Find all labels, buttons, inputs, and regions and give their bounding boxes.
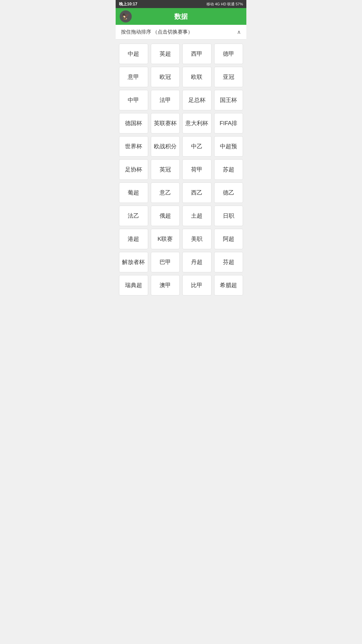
league-item[interactable]: 德国杯	[119, 113, 148, 133]
league-item[interactable]: 国王杯	[214, 90, 243, 110]
league-item[interactable]: 荷甲	[182, 159, 212, 180]
league-item[interactable]: 欧联	[182, 67, 212, 87]
league-item[interactable]: 港超	[119, 229, 148, 249]
signal-icons: 移动 4G HD 联通 57%	[206, 2, 243, 7]
league-item[interactable]: 英冠	[151, 159, 180, 180]
league-item[interactable]: 比甲	[182, 275, 212, 296]
league-item[interactable]: 土超	[182, 206, 212, 226]
sort-bar-label: 按住拖动排序 （点击切换赛事）	[121, 29, 193, 35]
league-item[interactable]: 德乙	[214, 182, 243, 203]
league-item[interactable]: 中超	[119, 44, 148, 64]
league-item[interactable]: 足总杯	[182, 90, 212, 110]
status-right-icons: 移动 4G HD 联通 57%	[206, 2, 243, 7]
league-item[interactable]: 美职	[182, 229, 212, 249]
sort-sub-text: （点击切换赛事）	[153, 29, 193, 35]
league-item[interactable]: 日职	[214, 206, 243, 226]
league-item[interactable]: 解放者杯	[119, 252, 148, 272]
league-item[interactable]: FIFA排	[214, 113, 243, 133]
league-item[interactable]: 俄超	[151, 206, 180, 226]
avatar[interactable]: 🦅	[120, 10, 132, 22]
chevron-up-icon[interactable]: ∧	[237, 29, 241, 35]
league-item[interactable]: 意乙	[151, 182, 180, 203]
league-item[interactable]: 中乙	[182, 136, 212, 157]
league-item[interactable]: 意大利杯	[182, 113, 212, 133]
league-item[interactable]: 阿超	[214, 229, 243, 249]
league-item[interactable]: 英联赛杯	[151, 113, 180, 133]
league-item[interactable]: 西甲	[182, 44, 212, 64]
status-time: 晚上10:17	[119, 1, 137, 7]
sort-bar[interactable]: 按住拖动排序 （点击切换赛事） ∧	[116, 25, 246, 40]
league-item[interactable]: 西乙	[182, 182, 212, 203]
league-item[interactable]: 德甲	[214, 44, 243, 64]
league-item[interactable]: 法甲	[151, 90, 180, 110]
league-item[interactable]: 苏超	[214, 159, 243, 180]
league-item[interactable]: 意甲	[119, 67, 148, 87]
page-title: 数据	[174, 12, 188, 21]
league-item[interactable]: 欧冠	[151, 67, 180, 87]
league-item[interactable]: 希腊超	[214, 275, 243, 296]
league-item[interactable]: 中超预	[214, 136, 243, 157]
league-item[interactable]: 法乙	[119, 206, 148, 226]
league-item[interactable]: 芬超	[214, 252, 243, 272]
league-item[interactable]: 中甲	[119, 90, 148, 110]
league-item[interactable]: 世界杯	[119, 136, 148, 157]
avatar-emoji: 🦅	[122, 13, 129, 20]
league-item[interactable]: 丹超	[182, 252, 212, 272]
status-bar: 晚上10:17 移动 4G HD 联通 57%	[116, 0, 246, 8]
league-item[interactable]: 亚冠	[214, 67, 243, 87]
sort-main-text: 按住拖动排序	[121, 29, 151, 35]
league-item[interactable]: K联赛	[151, 229, 180, 249]
league-item[interactable]: 瑞典超	[119, 275, 148, 296]
league-item[interactable]: 欧战积分	[151, 136, 180, 157]
league-item[interactable]: 英超	[151, 44, 180, 64]
league-item[interactable]: 澳甲	[151, 275, 180, 296]
leagues-grid: 中超英超西甲德甲意甲欧冠欧联亚冠中甲法甲足总杯国王杯德国杯英联赛杯意大利杯FIF…	[116, 40, 246, 300]
league-item[interactable]: 葡超	[119, 182, 148, 203]
league-item[interactable]: 足协杯	[119, 159, 148, 180]
header: 🦅 数据	[116, 8, 246, 25]
league-item[interactable]: 巴甲	[151, 252, 180, 272]
